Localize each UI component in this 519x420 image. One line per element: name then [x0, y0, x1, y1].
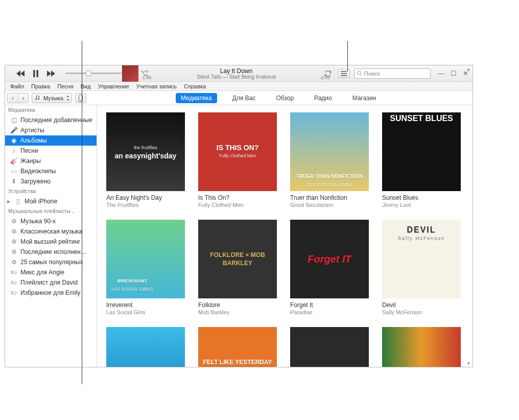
album-cell[interactable]: IRREVERANTLAS SOCIAL GIRLSIrreverentLas …	[106, 220, 185, 316]
svg-point-4	[80, 100, 81, 101]
disclosure-icon[interactable]: ▶	[7, 199, 11, 204]
playlist-icon: ≡♪	[10, 289, 17, 296]
now-playing-title[interactable]: Lay It Down	[151, 68, 322, 74]
album-grid[interactable]: ▴ the fruitfliesan easynight'sdayAn Easy…	[97, 105, 473, 367]
back-button[interactable]: ‹	[8, 94, 18, 103]
genre-icon: 🎸	[10, 157, 17, 165]
volume-slider[interactable]	[65, 73, 122, 74]
gear-icon: ⚙	[10, 248, 17, 255]
svg-rect-1	[37, 70, 39, 77]
minimize-button[interactable]: —	[438, 69, 444, 77]
sidebar-playlist-2[interactable]: ⚙Мой высший рейтинг	[5, 237, 97, 247]
now-playing-artwork[interactable]	[122, 65, 138, 82]
gear-icon: ⚙	[10, 238, 17, 245]
album-icon: ◉	[10, 137, 17, 144]
menu-controls[interactable]: Управление	[95, 83, 132, 90]
album-cell[interactable]: FELT LIKE YESTERDAYscalloped plate	[198, 327, 277, 367]
album-cell[interactable]	[290, 327, 369, 367]
video-icon: ▭	[10, 168, 17, 175]
iphone-icon: ▯	[14, 198, 21, 205]
sidebar-item-device[interactable]: ▶▯Мой iPhone	[5, 196, 97, 206]
sidebar-playlist-4[interactable]: ⚙25 самых популярных	[5, 257, 97, 267]
up-next-button[interactable]	[338, 69, 350, 78]
search-icon	[357, 71, 362, 76]
gear-icon: ⚙	[10, 218, 17, 225]
svg-point-2	[357, 71, 361, 75]
sidebar-playlist-3[interactable]: ⚙Последние исполнен…	[5, 247, 97, 257]
tab-foryou[interactable]: Для Вас	[227, 93, 261, 103]
sidebar-header-playlists: Музыкальные плейлисты⌄	[5, 206, 97, 216]
gear-icon: ⚙	[10, 259, 17, 266]
forward-button[interactable]: ›	[18, 94, 28, 103]
tab-store[interactable]: Магазин	[347, 93, 381, 103]
menu-help[interactable]: Справка	[181, 83, 209, 90]
sidebar-playlist-6[interactable]: ≡♪Плейлист для David	[5, 277, 97, 288]
tab-library[interactable]: Медиатека	[176, 93, 217, 103]
album-cell[interactable]: TRUER THAN NONFICTIONGOOD SECULARISMTrue…	[290, 112, 369, 208]
remaining-time: -2:45	[319, 75, 330, 80]
lcd-display: Lay It Down Silent Tails — Start Being I…	[122, 65, 335, 81]
playlist-icon: ≡♪	[10, 279, 17, 286]
sidebar-item-videos[interactable]: ▭Видеоклипы	[5, 166, 97, 176]
music-icon	[35, 96, 40, 101]
elapsed-time: 1:45	[143, 75, 152, 80]
playlist-icon: ≡♪	[10, 269, 17, 276]
history-buttons: ‹ ›	[7, 93, 29, 103]
gear-icon: ⚙	[10, 228, 17, 235]
menu-song[interactable]: Песня	[54, 83, 77, 90]
sidebar-playlist-7[interactable]: ≡♪Избранное для Emily	[5, 288, 97, 298]
album-cell[interactable]: the fruitfliesan easynight'sdayAn Easy N…	[106, 112, 185, 208]
itunes-window: Lay It Down Silent Tails — Start Being I…	[5, 65, 473, 367]
album-cell[interactable]	[106, 327, 185, 367]
sidebar-item-songs[interactable]: ♪Песни	[5, 146, 97, 156]
download-icon: ⬇	[10, 178, 17, 185]
artist-icon: 🎤	[10, 127, 17, 134]
song-icon: ♪	[10, 147, 17, 154]
player-bar: Lay It Down Silent Tails — Start Being I…	[5, 65, 473, 82]
search-input[interactable]: Поиск	[354, 68, 431, 79]
svg-rect-0	[33, 70, 35, 77]
nav-bar: ‹ › Музыка Медиатека Для Вас Обзор Радио…	[5, 91, 473, 105]
sidebar-item-recent[interactable]: ◫Последние добавленные	[5, 115, 97, 125]
chevron-updown-icon	[66, 96, 69, 101]
sidebar-playlist-5[interactable]: ≡♪Микс для Angie	[5, 267, 97, 277]
maximize-button[interactable]: ☐	[451, 69, 457, 77]
tab-radio[interactable]: Радио	[309, 93, 337, 103]
next-button[interactable]	[46, 70, 56, 77]
menu-view[interactable]: Вид	[78, 83, 94, 90]
sidebar-item-albums[interactable]: ◉Альбомы	[5, 135, 97, 146]
scroll-down-button[interactable]: ▾	[465, 360, 472, 367]
pause-button[interactable]	[31, 70, 41, 77]
now-playing-subtitle[interactable]: Silent Tails — Start Being Irrational	[151, 74, 322, 80]
menu-file[interactable]: Файл	[7, 83, 27, 90]
sidebar-item-genres[interactable]: 🎸Жанры	[5, 156, 97, 166]
album-cell[interactable]: SUNSET BLUESSunset BluesJimmy Loot	[382, 112, 461, 208]
album-cell[interactable]: Forget ITForget ItParadise	[290, 220, 369, 316]
sidebar-playlist-0[interactable]: ⚙Музыка 90-х	[5, 216, 97, 226]
recent-icon: ◫	[10, 116, 17, 124]
album-cell[interactable]: IS THIS ON?Fully Clothed MenIs This On?F…	[198, 112, 277, 208]
album-cell[interactable]: DEVILSally McFensonDevilSally McFenson	[382, 220, 461, 316]
media-picker-label: Музыка	[43, 95, 63, 101]
device-button[interactable]	[75, 93, 86, 103]
album-cell[interactable]: FOLKLORE × MOB BARKLEYFolkloreMob Barkle…	[198, 220, 277, 316]
menu-account[interactable]: Учетная запись	[133, 83, 180, 90]
menu-bar: Файл Правка Песня Вид Управление Учетная…	[5, 82, 473, 91]
media-picker[interactable]: Музыка	[32, 93, 72, 103]
menu-edit[interactable]: Правка	[28, 83, 53, 90]
sidebar-item-artists[interactable]: 🎤Артисты	[5, 125, 97, 135]
album-cell[interactable]	[382, 327, 461, 367]
prev-button[interactable]	[15, 70, 26, 77]
chevron-down-icon[interactable]: ⌄	[72, 209, 76, 214]
sidebar-header-library: Медиатека	[5, 105, 97, 115]
sidebar-item-downloaded[interactable]: ⬇Загружено	[5, 176, 97, 186]
sidebar-playlist-1[interactable]: ⚙Классическая музыка	[5, 226, 97, 237]
sidebar-header-devices: Устройства	[5, 186, 97, 196]
tab-browse[interactable]: Обзор	[271, 93, 299, 103]
search-placeholder: Поиск	[364, 71, 380, 77]
sidebar: Медиатека ◫Последние добавленные 🎤Артист…	[5, 105, 97, 367]
